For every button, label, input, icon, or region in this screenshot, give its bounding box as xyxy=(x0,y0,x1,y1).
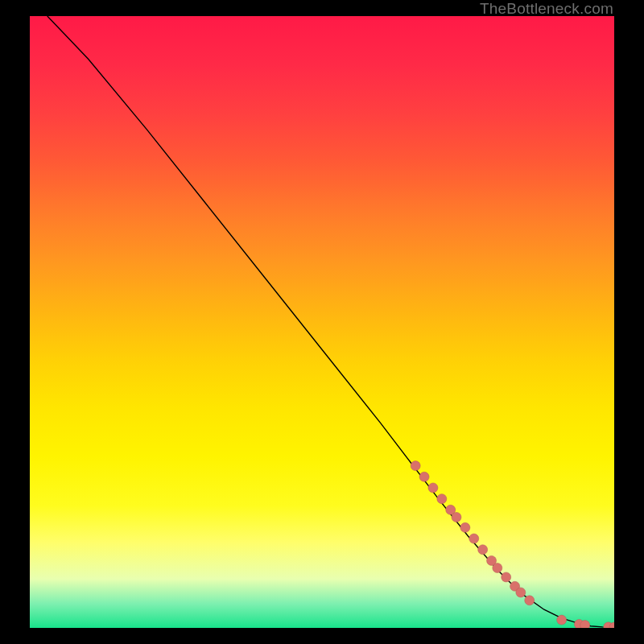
chart-frame: TheBottleneck.com xyxy=(0,0,644,644)
data-point xyxy=(411,461,420,471)
data-point xyxy=(437,494,447,504)
chart-svg xyxy=(30,16,614,628)
data-point xyxy=(419,472,429,481)
data-point xyxy=(516,588,526,597)
data-point xyxy=(525,596,535,605)
data-point xyxy=(428,483,438,493)
attribution-text: TheBottleneck.com xyxy=(480,0,613,18)
data-points xyxy=(411,461,614,628)
data-point xyxy=(460,522,470,532)
plot-area xyxy=(30,16,614,628)
data-point xyxy=(469,534,479,543)
data-point xyxy=(502,572,511,582)
data-point xyxy=(580,621,590,628)
bottleneck-curve xyxy=(47,16,614,627)
data-point xyxy=(478,545,488,555)
data-point xyxy=(557,615,567,625)
data-point xyxy=(452,512,461,522)
data-point xyxy=(493,564,502,573)
